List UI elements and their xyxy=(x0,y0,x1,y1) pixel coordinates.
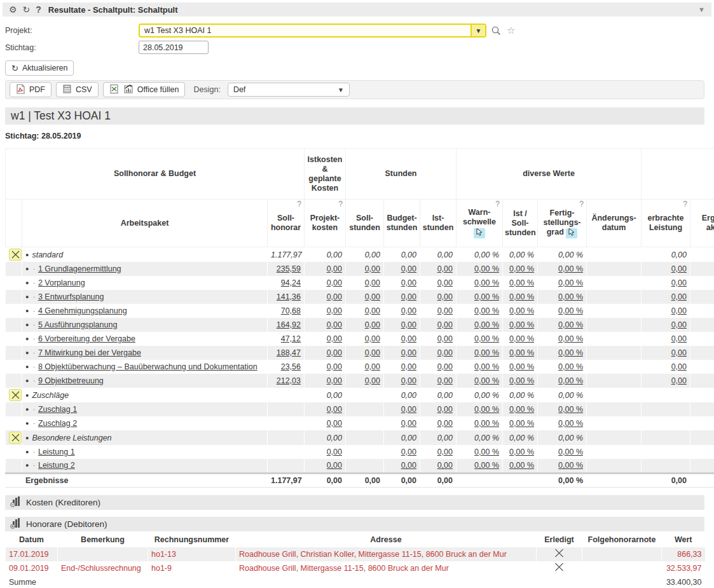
value-cell[interactable]: 0,00 % xyxy=(503,416,538,430)
value-cell[interactable]: 94,24 xyxy=(268,276,305,290)
value-cell[interactable]: 0,00 xyxy=(305,346,346,360)
value-cell[interactable]: 0,00 xyxy=(384,290,420,304)
datum-cell[interactable]: 09.01.2019 xyxy=(6,561,58,575)
pdf-button[interactable]: PDF xyxy=(10,82,51,97)
value-cell[interactable]: 0,00 xyxy=(384,262,420,276)
value-cell[interactable]: 0,00 xyxy=(420,262,457,276)
aktualisieren-button[interactable]: ↻ Aktualisieren xyxy=(5,60,74,76)
value-cell[interactable]: 0,00 xyxy=(305,360,346,374)
column-help-icon[interactable]: ? xyxy=(683,200,687,209)
value-cell[interactable]: 0,00 xyxy=(346,318,384,332)
arbeitspaket-link[interactable]: 3 Entwurfsplanung xyxy=(38,292,104,301)
value-cell[interactable]: 0,00 xyxy=(420,318,457,332)
arbeitspaket-link[interactable]: 2 Vorplanung xyxy=(38,278,85,287)
value-cell[interactable]: 0,00 xyxy=(384,416,420,430)
value-cell[interactable]: 212,03 xyxy=(268,374,305,388)
arbeitspaket-cell[interactable]: ● ·4 Genehmigungsplanung xyxy=(22,304,268,318)
value-cell[interactable]: 0,00 xyxy=(305,290,346,304)
value-cell[interactable]: 0,00 % xyxy=(457,290,503,304)
projekt-combobox[interactable]: w1 Test X3 HOAI 1 ▼ xyxy=(139,24,486,38)
arbeitspaket-link[interactable]: 7 Mitwirkung bei der Vergabe xyxy=(38,348,141,357)
value-cell[interactable]: 0,00 xyxy=(346,332,384,346)
value-cell[interactable]: 0,00 % xyxy=(538,360,587,374)
value-cell[interactable]: 0,00 xyxy=(384,318,420,332)
arbeitspaket-cell[interactable]: ● ·8 Objektüberwachung – Bauüberwachung … xyxy=(22,360,268,374)
erledigt-cell[interactable] xyxy=(537,561,582,575)
arbeitspaket-link[interactable]: Leistung 2 xyxy=(38,461,75,470)
value-cell[interactable]: 0,00 % xyxy=(457,360,503,374)
value-cell[interactable]: 0,00 xyxy=(642,332,690,346)
collapse-panel-icon[interactable]: ▼ xyxy=(698,6,705,13)
search-icon[interactable] xyxy=(491,25,502,36)
value-cell[interactable]: 0,00 % xyxy=(538,318,587,332)
value-cell[interactable]: 0,00 xyxy=(346,304,384,318)
value-cell[interactable]: 0,00 xyxy=(305,318,346,332)
value-cell[interactable]: 0,00 xyxy=(305,459,346,473)
arbeitspaket-link[interactable]: 1 Grundlagenermittlung xyxy=(38,264,121,273)
value-cell[interactable]: 0,00 xyxy=(384,304,420,318)
value-cell[interactable]: 0,00 % xyxy=(503,459,538,473)
remove-group-button[interactable] xyxy=(9,389,22,401)
value-cell[interactable]: 0,00 % xyxy=(457,374,503,388)
value-cell[interactable]: 0,00 xyxy=(384,276,420,290)
value-cell[interactable]: 0,00 % xyxy=(538,416,587,430)
value-cell[interactable]: 0,00 % xyxy=(457,402,503,416)
value-cell[interactable]: 0,00 % xyxy=(503,276,538,290)
value-cell[interactable]: 0,00 xyxy=(642,262,690,276)
value-cell[interactable]: 0,00 xyxy=(384,459,420,473)
arbeitspaket-cell[interactable]: ● ·Zuschlag 1 xyxy=(22,402,268,416)
value-cell[interactable]: 0,00 % xyxy=(457,445,503,459)
value-cell[interactable]: 0,00 xyxy=(642,374,690,388)
value-cell[interactable]: 0,00 xyxy=(346,276,384,290)
value-cell[interactable]: 0,00 % xyxy=(503,445,538,459)
arbeitspaket-link[interactable]: Zuschlag 2 xyxy=(38,419,77,428)
value-cell[interactable]: 141,36 xyxy=(268,290,305,304)
value-cell[interactable]: 0,00 % xyxy=(503,332,538,346)
arbeitspaket-link[interactable]: 9 Objektbetreuung xyxy=(38,376,104,385)
value-cell[interactable]: 0,00 xyxy=(642,276,690,290)
expand-section-icon[interactable] xyxy=(10,517,21,531)
value-cell[interactable]: 0,00 % xyxy=(538,304,587,318)
value-cell[interactable]: 0,00 % xyxy=(538,332,587,346)
value-cell[interactable]: 0,00 xyxy=(420,360,457,374)
help-icon[interactable]: ? xyxy=(36,5,41,14)
value-cell[interactable]: 0,00 xyxy=(305,416,346,430)
collapse-section-icon[interactable] xyxy=(10,496,21,509)
value-cell[interactable]: 0,00 % xyxy=(457,262,503,276)
value-cell[interactable]: 0,00 % xyxy=(503,360,538,374)
arbeitspaket-cell[interactable]: ● ·Leistung 1 xyxy=(22,445,268,459)
value-cell[interactable]: 0,00 xyxy=(420,276,457,290)
cursor-icon[interactable] xyxy=(474,228,485,238)
arbeitspaket-link[interactable]: 6 Vorbereitung der Vergabe xyxy=(38,334,135,343)
projekt-value[interactable]: w1 Test X3 HOAI 1 xyxy=(140,25,470,36)
value-cell[interactable]: 0,00 xyxy=(346,360,384,374)
remove-group-button[interactable] xyxy=(9,432,22,444)
value-cell[interactable]: 235,59 xyxy=(268,262,305,276)
arbeitspaket-cell[interactable]: ● ·9 Objektbetreuung xyxy=(22,374,268,388)
value-cell[interactable]: 0,00 xyxy=(420,445,457,459)
value-cell[interactable]: 0,00 xyxy=(420,402,457,416)
section-honorare-debitoren[interactable]: Honorare (Debitoren) xyxy=(5,517,704,531)
value-cell[interactable]: 0,00 xyxy=(305,374,346,388)
value-cell[interactable]: 0,00 % xyxy=(457,332,503,346)
value-cell[interactable]: 0,00 xyxy=(384,374,420,388)
value-cell[interactable]: 0,00 xyxy=(642,290,690,304)
rechnungsnummer-cell[interactable]: ho1-13 xyxy=(148,547,236,561)
column-help-icon[interactable]: ? xyxy=(338,200,343,209)
value-cell[interactable]: 0,00 xyxy=(384,445,420,459)
value-cell[interactable]: 0,00 % xyxy=(538,445,587,459)
value-cell[interactable]: 0,00 % xyxy=(538,262,587,276)
value-cell[interactable]: 0,00 xyxy=(346,346,384,360)
refresh-icon[interactable]: ↻ xyxy=(23,5,31,14)
cursor-icon[interactable] xyxy=(566,228,577,238)
stichtag-input[interactable] xyxy=(139,41,209,54)
value-cell[interactable]: 0,00 xyxy=(305,276,346,290)
value-cell[interactable]: 188,47 xyxy=(268,346,305,360)
value-cell[interactable]: 0,00 xyxy=(346,290,384,304)
adresse-cell[interactable]: Roadhouse Grill, Mittergasse 11-15, 8600… xyxy=(236,561,537,575)
value-cell[interactable]: 0,00 % xyxy=(538,346,587,360)
value-cell[interactable]: 0,00 % xyxy=(503,346,538,360)
value-cell[interactable]: 0,00 xyxy=(384,346,420,360)
value-cell[interactable]: 0,00 xyxy=(346,262,384,276)
arbeitspaket-cell[interactable]: ● ·Zuschlag 2 xyxy=(22,416,268,430)
